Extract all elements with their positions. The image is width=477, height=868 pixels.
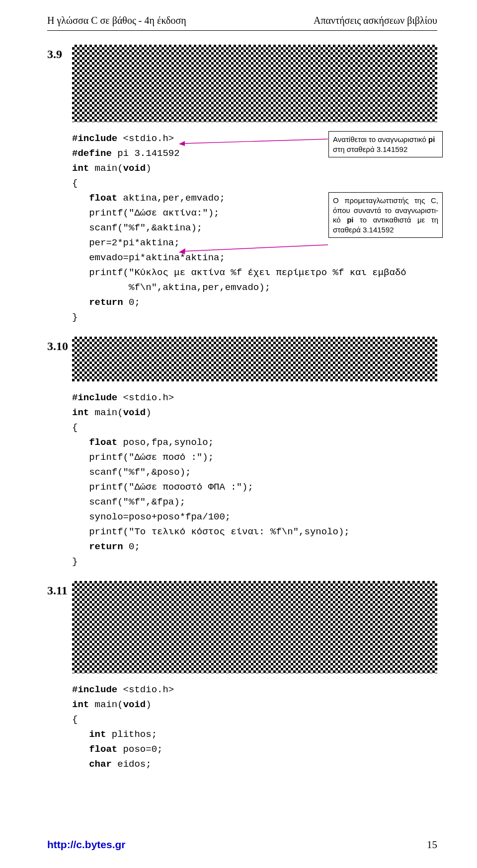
- exercise-number-39: 3.9: [47, 45, 72, 61]
- problem-text-39: [72, 45, 437, 122]
- code-block-310: #include <stdio.h> int main(void) { floa…: [72, 390, 440, 569]
- footer-link[interactable]: http://c.bytes.gr: [47, 839, 126, 851]
- code-311: #include <stdio.h> int main(void) { int …: [72, 682, 440, 772]
- code-block-311: #include <stdio.h> int main(void) { int …: [72, 682, 440, 772]
- page-number: 15: [427, 839, 437, 851]
- header-left: Η γλώσσα C σε βάθος - 4η έκδοση: [47, 15, 186, 26]
- callout-box-1: Ανατίθεται το αναγνωριστικό pi στη σταθε…: [328, 131, 443, 157]
- problem-text-310: [72, 337, 437, 381]
- exercise-number-310: 3.10: [47, 337, 72, 353]
- problem-text-311: [72, 581, 437, 673]
- code-310: #include <stdio.h> int main(void) { floa…: [72, 390, 440, 569]
- header-rule: [47, 30, 437, 31]
- exercise-number-311: 3.11: [47, 581, 72, 597]
- callout-box-2: Ο προμεταγλωττιστής της C, όπου συναντά …: [328, 192, 443, 238]
- header-right: Απαντήσεις ασκήσεων βιβλίου: [314, 15, 437, 26]
- code-block-39: Ανατίθεται το αναγνωριστικό pi στη σταθε…: [72, 131, 440, 325]
